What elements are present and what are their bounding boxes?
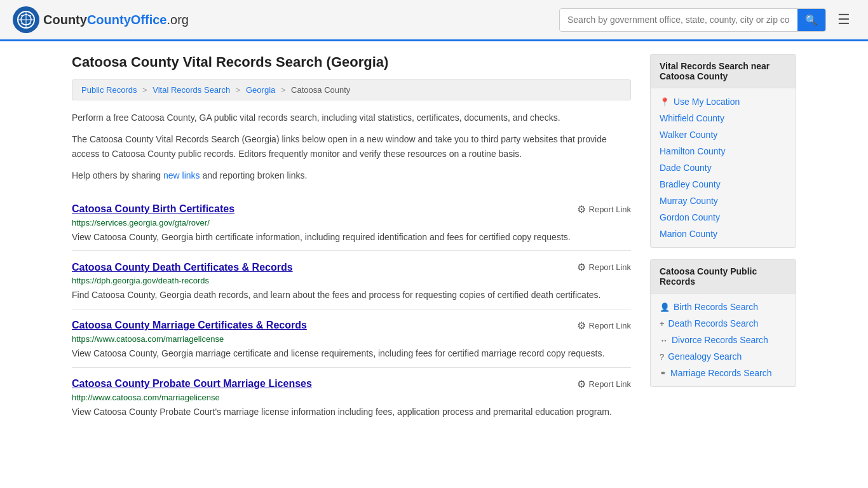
logo-area: CountyCountyOffice.org — [13, 6, 189, 33]
breadcrumb-vital-records[interactable]: Vital Records Search — [153, 85, 230, 95]
result-url-2[interactable]: https://www.catoosa.com/marriagelicense — [72, 334, 631, 344]
sidebar-nearby-links: 📍 Use My Location Whitfield CountyWalker… — [651, 88, 796, 247]
site-header: CountyCountyOffice.org 🔍 ☰ — [0, 0, 868, 41]
result-card-1: Catoosa County Death Certificates & Reco… — [72, 250, 631, 309]
logo-icon — [13, 6, 39, 33]
report-link-3[interactable]: ⚙ Report Link — [577, 378, 631, 390]
county-link-6[interactable]: Gordon County — [660, 212, 720, 222]
result-url-3[interactable]: http://www.catoosa.com/marriagelicense — [72, 393, 631, 402]
result-title-1[interactable]: Catoosa County Death Certificates & Reco… — [72, 262, 293, 273]
sidebar-public-records-links: 👤 Birth Records Search + Death Records S… — [651, 294, 796, 386]
result-header-1: Catoosa County Death Certificates & Reco… — [72, 261, 631, 273]
result-desc-1: Find Catoosa County, Georgia death recor… — [72, 288, 631, 302]
report-icon-2: ⚙ — [577, 320, 586, 332]
report-link-2[interactable]: ⚙ Report Link — [577, 320, 631, 332]
public-record-item-2: ↔ Divorce Records Search — [651, 332, 796, 348]
description-3: Help others by sharing new links and rep… — [72, 168, 631, 182]
sidebar-nearby-title: Vital Records Search near Catoosa County — [651, 55, 796, 88]
breadcrumb-sep-3: > — [281, 85, 286, 95]
search-button[interactable]: 🔍 — [797, 9, 825, 31]
result-title-2[interactable]: Catoosa County Marriage Certificates & R… — [72, 320, 307, 331]
search-bar: 🔍 — [559, 8, 826, 32]
public-record-icon-2: ↔ — [660, 336, 668, 345]
result-desc-3: View Catoosa County Probate Court's marr… — [72, 405, 631, 419]
public-record-link-3[interactable]: Genealogy Search — [668, 351, 742, 362]
report-icon-3: ⚙ — [577, 378, 586, 390]
public-record-icon-1: + — [660, 319, 665, 329]
sidebar-county-1: Walker County — [651, 126, 796, 143]
content-area: Catoosa County Vital Records Search (Geo… — [72, 54, 631, 425]
page-title: Catoosa County Vital Records Search (Geo… — [72, 54, 631, 71]
public-record-icon-4: ⚭ — [660, 369, 667, 378]
description-2: The Catoosa County Vital Records Search … — [72, 132, 631, 161]
report-label-3: Report Link — [589, 379, 631, 389]
breadcrumb: Public Records > Vital Records Search > … — [72, 79, 631, 100]
county-link-4[interactable]: Bradley County — [660, 179, 721, 189]
breadcrumb-georgia[interactable]: Georgia — [246, 85, 275, 95]
public-record-item-4: ⚭ Marriage Records Search — [651, 365, 796, 381]
report-link-1[interactable]: ⚙ Report Link — [577, 261, 631, 273]
sidebar-county-3: Dade County — [651, 159, 796, 176]
sidebar-county-4: Bradley County — [651, 176, 796, 193]
sidebar-public-records-title: Catoosa County Public Records — [651, 260, 796, 294]
result-desc-2: View Catoosa County, Georgia marriage ce… — [72, 347, 631, 361]
result-card-3: Catoosa County Probate Court Marriage Li… — [72, 367, 631, 426]
county-link-2[interactable]: Hamilton County — [660, 146, 726, 156]
report-icon-0: ⚙ — [577, 203, 586, 215]
result-desc-0: View Catoosa County, Georgia birth certi… — [72, 231, 631, 245]
report-link-0[interactable]: ⚙ Report Link — [577, 203, 631, 215]
result-card-0: Catoosa County Birth Certificates ⚙ Repo… — [72, 191, 631, 251]
sidebar-county-2: Hamilton County — [651, 143, 796, 159]
result-title-0[interactable]: Catoosa County Birth Certificates — [72, 203, 234, 215]
sidebar-county-7: Marion County — [651, 226, 796, 242]
county-link-7[interactable]: Marion County — [660, 229, 717, 239]
sidebar: Vital Records Search near Catoosa County… — [650, 54, 796, 425]
breadcrumb-catoosa: Catoosa County — [291, 85, 350, 95]
public-record-link-4[interactable]: Marriage Records Search — [670, 368, 772, 378]
public-record-link-1[interactable]: Death Records Search — [668, 318, 759, 329]
result-card-2: Catoosa County Marriage Certificates & R… — [72, 309, 631, 367]
results-container: Catoosa County Birth Certificates ⚙ Repo… — [72, 191, 631, 426]
report-label-2: Report Link — [589, 321, 631, 330]
result-header-3: Catoosa County Probate Court Marriage Li… — [72, 378, 631, 390]
county-link-3[interactable]: Dade County — [660, 163, 712, 173]
sidebar-county-0: Whitfield County — [651, 110, 796, 126]
public-record-link-2[interactable]: Divorce Records Search — [672, 335, 768, 345]
main-container: Catoosa County Vital Records Search (Geo… — [53, 41, 815, 438]
search-input[interactable] — [560, 10, 797, 30]
sidebar-county-5: Murray County — [651, 193, 796, 209]
use-my-location-link[interactable]: Use My Location — [674, 97, 740, 107]
public-record-item-3: ? Genealogy Search — [651, 348, 796, 365]
public-record-item-0: 👤 Birth Records Search — [651, 299, 796, 315]
header-right: 🔍 ☰ — [559, 8, 855, 32]
new-links-link[interactable]: new links — [163, 170, 200, 180]
public-record-item-1: + Death Records Search — [651, 315, 796, 332]
county-link-0[interactable]: Whitfield County — [660, 113, 724, 123]
result-header-0: Catoosa County Birth Certificates ⚙ Repo… — [72, 203, 631, 215]
logo-text: CountyCountyOffice.org — [43, 13, 189, 27]
county-link-1[interactable]: Walker County — [660, 130, 717, 140]
sidebar-public-records-section: Catoosa County Public Records 👤 Birth Re… — [650, 259, 796, 387]
breadcrumb-sep-1: > — [142, 85, 147, 95]
public-record-icon-0: 👤 — [660, 302, 670, 312]
breadcrumb-public-records[interactable]: Public Records — [81, 85, 137, 95]
nearby-counties: Whitfield CountyWalker CountyHamilton Co… — [651, 110, 796, 242]
breadcrumb-sep-2: > — [236, 85, 241, 95]
menu-button[interactable]: ☰ — [832, 9, 855, 30]
result-url-1[interactable]: https://dph.georgia.gov/death-records — [72, 276, 631, 285]
sidebar-use-location: 📍 Use My Location — [651, 93, 796, 110]
location-icon: 📍 — [660, 97, 670, 107]
result-title-3[interactable]: Catoosa County Probate Court Marriage Li… — [72, 378, 312, 390]
sidebar-county-6: Gordon County — [651, 209, 796, 226]
county-link-5[interactable]: Murray County — [660, 196, 718, 206]
result-url-0[interactable]: https://services.georgia.gov/gta/rover/ — [72, 218, 631, 227]
description-1: Perform a free Catoosa County, GA public… — [72, 111, 631, 125]
sidebar-nearby-section: Vital Records Search near Catoosa County… — [650, 54, 796, 248]
result-header-2: Catoosa County Marriage Certificates & R… — [72, 320, 631, 332]
report-label-0: Report Link — [589, 205, 631, 214]
report-icon-1: ⚙ — [577, 261, 586, 273]
public-record-link-0[interactable]: Birth Records Search — [674, 302, 758, 312]
report-label-1: Report Link — [589, 262, 631, 272]
public-record-icon-3: ? — [660, 352, 664, 362]
